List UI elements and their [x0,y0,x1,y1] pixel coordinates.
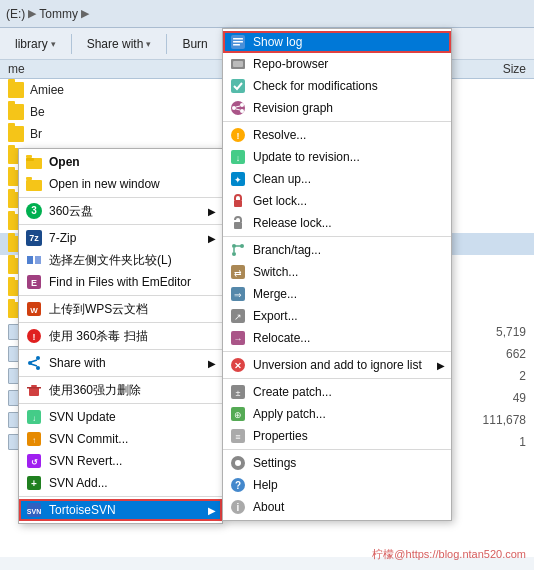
menu-update-revision[interactable]: ↓ Update to revision... [223,146,451,168]
svg-text:E: E [31,278,37,288]
menu-export-label: Export... [253,309,298,323]
submenu-arrow: ▶ [437,360,445,371]
svg-text:↺: ↺ [31,458,38,467]
menu-help[interactable]: ? Help [223,474,451,496]
menu-switch[interactable]: ⇄ Switch... [223,261,451,283]
menu-wps[interactable]: W 上传到WPS云文档 [19,298,222,320]
menu-about[interactable]: i About [223,496,451,518]
menu-merge[interactable]: ⇒ Merge... [223,283,451,305]
props-icon: ≡ [229,427,247,445]
toolbar-sep2 [166,34,167,54]
menu-svn-commit[interactable]: ↑ SVN Commit... [19,428,222,450]
menu-relocate[interactable]: → Relocate... [223,327,451,349]
menu-open-label: Open [49,155,80,169]
drive-label[interactable]: (E:) [6,7,25,21]
menu-check-modifications[interactable]: Check for modifications [223,75,451,97]
menu-unversion[interactable]: ✕ Unversion and add to ignore list ▶ [223,354,451,376]
menu-unversion-label: Unversion and add to ignore list [253,358,422,372]
svg-text:✕: ✕ [234,361,242,371]
svg-text:↓: ↓ [32,414,36,423]
menu-360-label: 360云盘 [49,203,93,220]
menu-wps-label: 上传到WPS云文档 [49,301,148,318]
wps-icon: W [25,300,43,318]
folder-icon [8,126,24,142]
branch-icon [229,241,247,259]
burn-label: Burn [182,37,207,51]
folder-label[interactable]: Tommy [39,7,78,21]
menu-7zip[interactable]: 7z 7-Zip ▶ [19,227,222,249]
svg-point-73 [235,460,241,466]
menu-share-with[interactable]: Share with ▶ [19,352,222,374]
share-with-button[interactable]: Share with ▾ [80,34,159,54]
menu-open[interactable]: Open [19,151,222,173]
right-sep2 [223,236,451,237]
export-icon: ↗ [229,307,247,325]
menu-branch-tag[interactable]: Branch/tag... [223,239,451,261]
menu-settings[interactable]: Settings [223,452,451,474]
right-sep1 [223,121,451,122]
menu-release-lock[interactable]: Release lock... [223,212,451,234]
check-icon [229,77,247,95]
menu-export[interactable]: ↗ Export... [223,305,451,327]
log-icon [229,33,247,51]
menu-svn-update-label: SVN Update [49,410,116,424]
menu-sep6 [19,376,222,377]
svg-rect-1 [26,158,34,161]
svg-rect-33 [233,41,243,43]
svg-point-41 [240,109,244,113]
svg-line-16 [31,360,37,362]
menu-relocate-label: Relocate... [253,331,310,345]
menu-cleanup[interactable]: ✦ Clean up... [223,168,451,190]
menu-scan[interactable]: ! 使用 360杀毒 扫描 [19,325,222,347]
menu-create-patch[interactable]: ± Create patch... [223,381,451,403]
menu-emeditor[interactable]: E Find in Files with EmEditor [19,271,222,293]
menu-svn-add[interactable]: + SVN Add... [19,472,222,494]
menu-show-log[interactable]: Show log [223,31,451,53]
svg-rect-37 [231,79,245,93]
menu-svn-revert[interactable]: ↺ SVN Revert... [19,450,222,472]
menu-share-with-label: Share with [49,356,106,370]
svg-point-39 [232,106,236,110]
menu-360[interactable]: 3 360云盘 ▶ [19,200,222,222]
menu-properties[interactable]: ≡ Properties [223,425,451,447]
burn-button[interactable]: Burn [175,34,214,54]
menu-tortoise-svn[interactable]: SVN TortoiseSVN ▶ [19,499,222,521]
menu-update-revision-label: Update to revision... [253,150,360,164]
360-icon: 3 [25,202,43,220]
menu-open-new-window[interactable]: Open in new window [19,173,222,195]
menu-svn-update[interactable]: ↓ SVN Update [19,406,222,428]
menu-repo-label: Repo-browser [253,57,328,71]
library-button[interactable]: library ▾ [8,34,63,54]
right-sep3 [223,351,451,352]
svg-text:SVN: SVN [27,508,41,515]
svg-text:W: W [30,306,38,315]
svn-update-icon: ↓ [25,408,43,426]
scan-icon: ! [25,327,43,345]
svg-text:?: ? [235,480,241,491]
svg-text:⇄: ⇄ [234,268,242,278]
menu-resolve-label: Resolve... [253,128,306,142]
menu-branch-tag-label: Branch/tag... [253,243,321,257]
svg-line-17 [31,364,37,366]
svg-rect-34 [233,44,240,46]
menu-compare[interactable]: 选择左侧文件夹比较(L) [19,249,222,271]
menu-get-lock[interactable]: Get lock... [223,190,451,212]
menu-apply-patch[interactable]: ⊕ Apply patch... [223,403,451,425]
svg-text:⊕: ⊕ [234,410,242,420]
menu-revision-graph[interactable]: Revision graph [223,97,451,119]
svg-text:+: + [31,478,37,489]
menu-revision-graph-label: Revision graph [253,101,333,115]
menu-open-new-label: Open in new window [49,177,160,191]
delete-icon [25,381,43,399]
menu-emeditor-label: Find in Files with EmEditor [49,275,191,289]
menu-delete360[interactable]: 使用360强力删除 [19,379,222,401]
getlock-icon [229,192,247,210]
menu-cleanup-label: Clean up... [253,172,311,186]
svn-revert-icon: ↺ [25,452,43,470]
repo-icon [229,55,247,73]
menu-repo-browser[interactable]: Repo-browser [223,53,451,75]
svg-rect-50 [234,200,242,207]
menu-resolve[interactable]: ! Resolve... [223,124,451,146]
svg-text:✦: ✦ [234,175,242,185]
switch-icon: ⇄ [229,263,247,281]
